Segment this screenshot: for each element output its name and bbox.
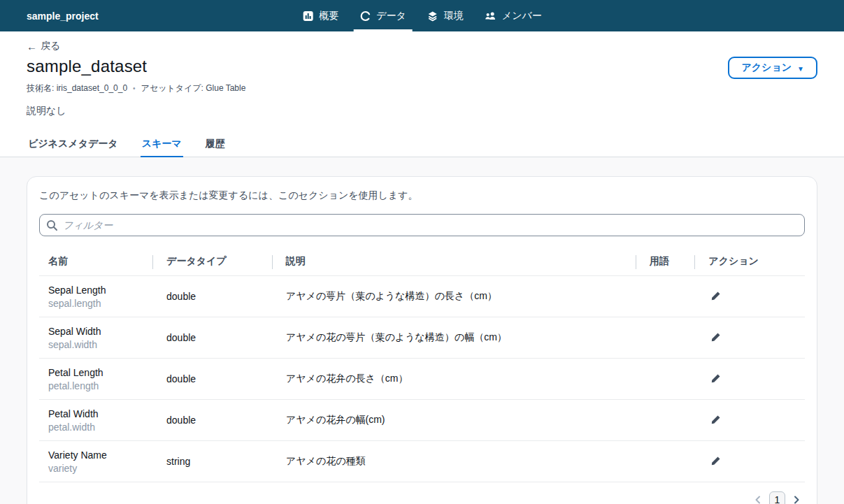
back-link-label: 戻る (41, 40, 60, 52)
field-description: アヤメの萼片（葉のような構造）の長さ（cm） (272, 276, 636, 317)
column-header-name: 名前 (39, 248, 152, 276)
field-terms (636, 317, 694, 359)
nav-item-environments[interactable]: 環境 (417, 0, 474, 31)
members-icon (485, 10, 496, 22)
nav-item-members[interactable]: メンバー (474, 0, 552, 31)
field-datatype: double (152, 400, 272, 441)
table-row: Variety Name variety string アヤメの花の種類 (39, 441, 805, 482)
page-title: sample_dataset (27, 57, 147, 76)
tab-business-metadata[interactable]: ビジネスメタデータ (27, 134, 120, 157)
table-row: Petal Length petal.length double アヤメの花弁の… (39, 359, 805, 400)
field-technical-name: variety (48, 463, 145, 474)
field-technical-name: petal.width (48, 422, 145, 433)
field-technical-name: sepal.length (48, 298, 145, 309)
nav-item-overview[interactable]: 概要 (292, 0, 349, 31)
chevron-down-icon: ▼ (797, 65, 804, 73)
asset-meta: 技術名: iris_dataset_0_0_0 • アセットタイプ: Glue … (27, 82, 817, 94)
field-datatype: string (152, 441, 272, 482)
schema-card: このアセットのスキーマを表示または変更するには、このセクションを使用します。 名… (27, 176, 817, 504)
field-datatype: double (152, 359, 272, 400)
column-header-datatype: データタイプ (152, 248, 272, 276)
pencil-icon (710, 456, 721, 466)
table-row: Sepal Length sepal.length double アヤメの萼片（… (39, 276, 805, 317)
filter-input[interactable] (63, 215, 798, 236)
edit-button[interactable] (708, 454, 723, 468)
table-row: Sepal Width sepal.width double アヤメの花の萼片（… (39, 317, 805, 359)
technical-name: 技術名: iris_dataset_0_0_0 (27, 82, 127, 94)
edit-button[interactable] (708, 413, 723, 426)
search-icon (46, 219, 58, 231)
field-description: アヤメの花の種類 (272, 441, 636, 482)
page-number-button[interactable]: 1 (769, 491, 785, 504)
field-terms (636, 441, 694, 482)
tab-schema[interactable]: スキーマ (141, 134, 183, 157)
table-header-row: 名前 データタイプ 説明 用語 アクション (39, 248, 805, 276)
nav-item-label: データ (376, 10, 406, 22)
field-technical-name: petal.length (48, 380, 145, 391)
column-header-terms: 用語 (636, 248, 694, 276)
schema-table: 名前 データタイプ 説明 用語 アクション Sepal Length sepal… (39, 248, 805, 482)
bar-chart-icon (302, 10, 313, 22)
tab-history[interactable]: 履歴 (204, 134, 227, 157)
chevron-right-icon (792, 496, 801, 504)
field-description: アヤメの花の萼片（葉のような構造）の幅（cm） (272, 317, 636, 359)
nav-item-label: 環境 (444, 10, 464, 22)
environments-icon (427, 10, 438, 22)
asset-description: 説明なし (27, 105, 817, 117)
chevron-left-icon (754, 496, 762, 504)
previous-page-button[interactable] (752, 494, 764, 504)
field-terms (636, 359, 694, 400)
content-area: このアセットのスキーマを表示または変更するには、このセクションを使用します。 名… (0, 157, 844, 504)
pencil-icon (710, 291, 721, 301)
edit-button[interactable] (708, 331, 723, 344)
edit-button[interactable] (708, 289, 723, 303)
page-header: ← 戻る sample_dataset アクション ▼ 技術名: iris_da… (0, 31, 844, 157)
asset-type: アセットタイプ: Glue Table (141, 82, 246, 94)
column-header-actions: アクション (694, 248, 805, 276)
field-display-name: Variety Name (48, 449, 145, 461)
field-datatype: double (152, 317, 272, 359)
field-display-name: Sepal Length (48, 285, 145, 296)
data-circle-icon (359, 10, 371, 22)
actions-button[interactable]: アクション ▼ (728, 57, 817, 79)
project-name[interactable]: sample_project (27, 10, 99, 22)
field-display-name: Petal Length (48, 367, 145, 378)
pencil-icon (710, 415, 721, 425)
pencil-icon (710, 332, 721, 343)
field-datatype: double (152, 276, 272, 317)
table-row: Petal Width petal.width double アヤメの花弁の幅(… (39, 400, 805, 441)
back-link[interactable]: ← 戻る (27, 40, 60, 52)
nav-item-label: 概要 (319, 10, 338, 22)
field-terms (636, 400, 694, 441)
column-header-description: 説明 (272, 248, 636, 276)
schema-instructions: このアセットのスキーマを表示または変更するには、このセクションを使用します。 (39, 189, 805, 202)
nav-menu: 概要 データ 環境 メンバー (292, 0, 552, 31)
edit-button[interactable] (708, 372, 723, 385)
pencil-icon (710, 373, 721, 384)
field-terms (636, 276, 694, 317)
separator-dot: • (133, 85, 136, 92)
next-page-button[interactable] (790, 494, 803, 504)
field-display-name: Sepal Width (48, 326, 145, 337)
tab-bar: ビジネスメタデータ スキーマ 履歴 (0, 134, 844, 157)
field-display-name: Petal Width (48, 408, 145, 419)
field-technical-name: sepal.width (48, 339, 145, 350)
field-description: アヤメの花弁の長さ（cm） (272, 359, 636, 400)
pagination: 1 (39, 482, 805, 504)
field-description: アヤメの花弁の幅(cm) (272, 400, 636, 441)
nav-item-data[interactable]: データ (349, 0, 417, 31)
nav-item-label: メンバー (502, 10, 542, 22)
filter-box (39, 214, 805, 236)
top-navbar: sample_project 概要 データ 環境 メンバー (0, 0, 844, 31)
back-arrow-icon: ← (27, 41, 37, 52)
